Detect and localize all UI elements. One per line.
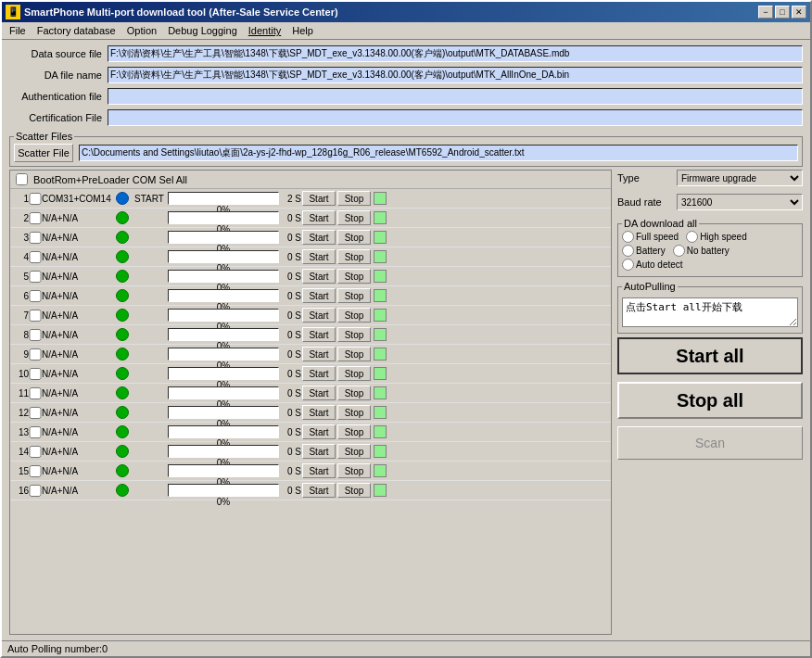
full-speed-radio[interactable] [622,231,634,243]
port-start-btn-6[interactable]: Start [302,288,336,303]
port-start-btn-3[interactable]: Start [302,230,336,245]
port-stop-btn-11[interactable]: Stop [337,386,371,400]
port-checkbox-11[interactable] [29,387,42,399]
port-stop-btn-14[interactable]: Stop [337,444,371,459]
port-stop-btn-1[interactable]: Stop [337,191,371,206]
port-checkbox-8[interactable] [29,329,42,341]
port-indicator-15 [116,464,129,477]
data-source-input[interactable] [108,45,803,62]
high-speed-radio[interactable] [686,231,698,243]
port-start-btn-15[interactable]: Start [302,463,336,478]
port-stop-btn-12[interactable]: Stop [337,405,371,420]
port-start-btn-9[interactable]: Start [302,347,336,361]
content-area: Data source file DA file name Authentica… [2,40,810,640]
port-stop-btn-8[interactable]: Stop [337,327,371,342]
port-checkbox-15[interactable] [29,465,42,477]
port-indicator-13 [116,425,129,438]
port-stop-btn-3[interactable]: Stop [337,230,371,245]
auth-file-input[interactable] [108,88,803,105]
autopulling-textarea[interactable]: 点击Start all开始下载 [622,297,798,327]
port-checkbox-1[interactable] [29,193,42,205]
maximize-button[interactable]: □ [775,6,790,19]
port-checkbox-4[interactable] [29,251,42,263]
menu-help[interactable]: Help [288,24,317,37]
port-indicator-14 [116,445,129,458]
port-start-btn-7[interactable]: Start [302,308,336,323]
port-checkbox-16[interactable] [29,485,42,497]
scan-button[interactable]: Scan [617,426,803,460]
auto-detect-radio[interactable] [622,259,634,271]
port-start-btn-4[interactable]: Start [302,249,336,264]
port-checkbox-2[interactable] [29,212,42,224]
port-count-14: 0 S [281,447,301,457]
port-stop-btn-5[interactable]: Stop [337,269,371,284]
port-row-13: 13 N/A+N/A 0% 0 S Start Stop [10,423,611,442]
port-count-1: 2 S [281,194,301,204]
sel-all-checkbox[interactable] [16,173,28,185]
menu-debug-logging[interactable]: Debug Logging [164,24,241,37]
menu-option[interactable]: Option [123,24,160,37]
port-checkbox-5[interactable] [29,271,42,283]
port-start-btn-11[interactable]: Start [302,386,336,400]
port-row-11: 11 N/A+N/A 0% 0 S Start Stop [10,384,611,403]
port-checkbox-6[interactable] [29,290,42,302]
menu-file[interactable]: File [6,24,30,37]
port-checkbox-10[interactable] [29,368,42,380]
port-checkbox-14[interactable] [29,446,42,458]
port-num-4: 4 [12,252,29,262]
stop-all-button[interactable]: Stop all [617,382,803,419]
port-checkbox-9[interactable] [29,348,42,361]
port-stop-btn-6[interactable]: Stop [337,288,371,303]
port-start-btn-5[interactable]: Start [302,269,336,284]
port-stop-btn-7[interactable]: Stop [337,308,371,323]
port-start-btn-10[interactable]: Start [302,366,336,381]
menu-identity[interactable]: Identity [245,24,285,37]
cert-file-input[interactable] [108,109,803,126]
port-start-btn-14[interactable]: Start [302,444,336,459]
minimize-button[interactable]: − [758,6,773,19]
scatter-file-button[interactable]: Scatter File [14,144,73,162]
start-all-button[interactable]: Start all [617,337,803,374]
port-stop-btn-13[interactable]: Stop [337,424,371,439]
port-stop-btn-16[interactable]: Stop [337,483,371,498]
scatter-file-input[interactable] [79,145,798,161]
port-num-1: 1 [12,194,29,204]
port-stop-btn-4[interactable]: Stop [337,249,371,264]
port-start-btn-2[interactable]: Start [302,210,336,225]
port-checkbox-3[interactable] [29,232,42,244]
port-row-9: 9 N/A+N/A 0% 0 S Start Stop [10,345,611,364]
close-button[interactable]: ✕ [792,6,806,19]
port-start-btn-12[interactable]: Start [302,405,336,420]
port-stop-btn-2[interactable]: Stop [337,210,371,225]
menu-factory-database[interactable]: Factory database [33,24,120,37]
port-row-6: 6 N/A+N/A 0% 0 S Start Stop [10,286,611,306]
port-progress-4: 0% [168,250,279,263]
port-stop-btn-9[interactable]: Stop [337,347,371,361]
port-progress-6: 0% [168,289,279,302]
port-count-2: 0 S [281,213,301,223]
port-name-8: N/A+N/A [42,330,116,340]
port-indicator-3 [116,231,129,244]
port-start-btn-16[interactable]: Start [302,483,336,498]
port-start-btn-13[interactable]: Start [302,424,336,439]
auth-file-row: Authentication file [9,88,803,105]
da-file-input[interactable] [108,67,803,83]
type-select[interactable]: Firmware upgrade [677,170,803,186]
port-row-2: 2 N/A+N/A 0% 0 S Start Stop [10,209,611,228]
cert-file-row: Certification File [9,109,803,126]
port-count-13: 0 S [281,427,301,437]
baud-select[interactable]: 321600 [677,194,803,210]
port-checkbox-13[interactable] [29,426,42,438]
port-start-btn-1[interactable]: Start [302,191,336,206]
sel-all-label: BootRom+PreLoader COM Sel All [33,174,187,185]
port-checkbox-7[interactable] [29,310,42,322]
port-num-13: 13 [12,427,29,437]
port-stop-btn-10[interactable]: Stop [337,366,371,381]
port-progress-3: 0% [168,231,279,244]
port-stop-btn-15[interactable]: Stop [337,463,371,478]
no-battery-radio[interactable] [673,245,685,257]
port-start-btn-8[interactable]: Start [302,327,336,342]
battery-radio[interactable] [622,245,634,257]
port-row-16: 16 N/A+N/A 0% 0 S Start Stop [10,481,611,500]
port-checkbox-12[interactable] [29,407,42,419]
